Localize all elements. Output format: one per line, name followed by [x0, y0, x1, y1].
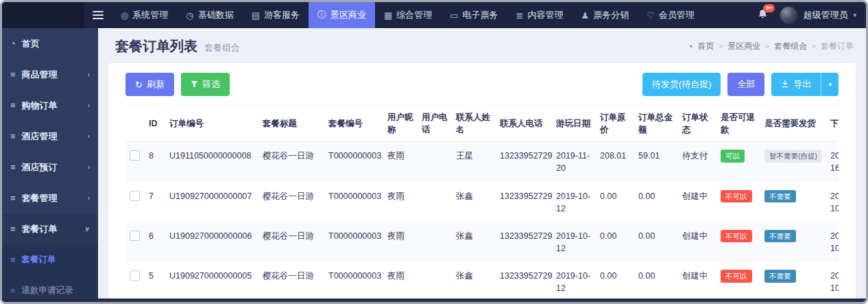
bottom-strip: [2, 299, 866, 302]
page-header: 套餐订单列表 套餐组合 ◔首页>景区商业>套餐组合>套餐订单: [98, 28, 866, 63]
list-icon: ≡: [10, 100, 16, 110]
sidebar-item-label: 首页: [22, 38, 40, 50]
user-name: 超级管理员: [803, 9, 847, 21]
page-subtitle: 套餐组合: [204, 38, 240, 54]
cell-order-time: 2019-09-27 10:12:50: [826, 222, 839, 262]
row-checkbox[interactable]: [130, 150, 140, 161]
toolbar: ↻刷新 筛选 待发货(待自提) 全部: [125, 73, 839, 96]
sidebar-item[interactable]: ≡套餐订单: [2, 244, 98, 275]
cell-total-amount: 0.00: [634, 183, 678, 222]
row-checkbox[interactable]: [130, 270, 140, 281]
export-dropdown-toggle[interactable]: ▾: [821, 73, 839, 96]
column-header: 套餐编号: [324, 106, 383, 142]
navbar-item[interactable]: ≣内容管理: [507, 2, 572, 28]
sidebar-item[interactable]: ≡套餐订单∨: [2, 213, 98, 244]
navbar-item-label: 电子票务: [463, 9, 498, 21]
breadcrumb-item[interactable]: 套餐组合: [774, 40, 807, 52]
column-header: 订单状态: [678, 106, 716, 142]
cell-status: 创建中: [678, 183, 716, 222]
navbar-item[interactable]: ♟票务分销: [572, 2, 638, 28]
cell-total-amount: 0.00: [634, 262, 678, 302]
sidebar-item[interactable]: ≡购物订单›: [2, 90, 98, 121]
chevron-down-icon: ▾: [853, 12, 856, 19]
list-icon: ≡: [10, 131, 16, 141]
shipping-badge: 不需要: [764, 190, 796, 203]
export-split-button: 导出 ▾: [771, 73, 839, 96]
cell-package-title: 樱花谷一日游: [258, 142, 324, 183]
sidebar-item[interactable]: ◔首页: [2, 28, 98, 59]
table-body: 8U1911050000000008樱花谷一日游T0000000003夜雨王星1…: [125, 142, 839, 302]
ticket-icon: ▭: [450, 10, 458, 21]
cell-contact-name: 张鑫: [452, 183, 496, 222]
sidebar-item[interactable]: ≡酒店预订›: [2, 152, 98, 183]
cell-package-no: T0000000003: [324, 183, 383, 222]
breadcrumb: ◔首页>景区商业>套餐组合>套餐订单: [688, 40, 854, 52]
refresh-icon: ↻: [135, 80, 143, 90]
all-button[interactable]: 全部: [727, 73, 764, 96]
breadcrumb-separator: >: [765, 43, 769, 50]
hamburger-icon[interactable]: [84, 2, 112, 28]
cell-shipping: 暂不需要(自提): [760, 142, 826, 183]
cell-original-price: 0.00: [596, 262, 634, 302]
main-content: 套餐订单列表 套餐组合 ◔首页>景区商业>套餐组合>套餐订单 ↻刷新 筛选: [98, 28, 866, 302]
info-circle-icon: ⓘ: [317, 9, 326, 21]
navbar-item[interactable]: ▤游客服务: [243, 2, 309, 28]
breadcrumb-item[interactable]: 景区商业: [727, 40, 760, 52]
cell-play-date: 2019-10-12: [552, 222, 596, 262]
cell-order-no: U1909270000000007: [165, 183, 258, 222]
dashboard-icon: ◔: [10, 38, 16, 49]
cell-package-no: T0000000003: [324, 262, 383, 302]
sidebar-item[interactable]: ≡商品管理›: [2, 59, 98, 90]
navbar-item[interactable]: ⓘ景区商业: [309, 2, 375, 28]
sidebar: ◔首页≡商品管理›≡购物订单›≡酒店管理›≡酒店预订›≡套餐管理›≡套餐订单∨≡…: [2, 28, 98, 302]
navbar-menu: ◎系统管理◷基础数据▤游客服务ⓘ景区商业▦综合管理▭电子票务≣内容管理♟票务分销…: [112, 2, 703, 28]
breadcrumb-separator: >: [719, 43, 723, 50]
navbar-item[interactable]: ▦综合管理: [375, 2, 441, 28]
cell-play-date: 2019-10-12: [552, 262, 596, 302]
cell-package-no: T0000000003: [324, 142, 383, 183]
user-menu[interactable]: 超级管理员 ▾: [780, 6, 856, 24]
cell-checkbox: [125, 262, 145, 302]
navbar-item-label: 系统管理: [132, 9, 168, 21]
shield-icon: ♡: [647, 10, 655, 21]
cell-checkbox: [125, 142, 145, 183]
cell-package-title: 樱花谷一日游: [258, 262, 324, 302]
navbar-item[interactable]: ◷基础数据: [177, 2, 242, 28]
column-header-checkbox: [125, 106, 145, 142]
row-checkbox[interactable]: [130, 191, 140, 201]
sidebar-item[interactable]: ≡酒店管理›: [2, 121, 98, 152]
cell-user-phone: [418, 222, 452, 262]
shipping-badge: 暂不需要(自提): [764, 150, 822, 163]
navbar-item[interactable]: ▭电子票务: [441, 2, 507, 28]
list-icon: ≡: [10, 285, 16, 296]
refundable-badge: 不可以: [721, 190, 752, 203]
cell-status: 创建中: [678, 262, 716, 302]
notification-badge: 9+: [763, 4, 775, 12]
navbar-item[interactable]: ◎系统管理: [112, 2, 177, 28]
cell-contact-phone: 13233952729: [496, 183, 552, 222]
pending-ship-button[interactable]: 待发货(待自提): [642, 73, 721, 96]
refresh-button[interactable]: ↻刷新: [125, 73, 174, 96]
calendar-icon: ▤: [252, 10, 260, 21]
column-header: 联系人姓名: [452, 106, 496, 142]
cell-contact-phone: 13233952729: [496, 142, 552, 183]
row-checkbox[interactable]: [130, 231, 140, 241]
breadcrumb-item[interactable]: 首页: [697, 40, 714, 52]
notifications-button[interactable]: 9+: [757, 8, 769, 23]
cell-shipping: 不需要: [760, 183, 826, 222]
sidebar-item[interactable]: ≡套餐管理›: [2, 183, 98, 213]
target-icon: ◎: [121, 10, 128, 21]
column-header: 订单总金额: [634, 106, 678, 142]
cell-package-title: 樱花谷一日游: [258, 222, 324, 262]
export-button[interactable]: 导出: [771, 73, 821, 96]
chevron-right-icon: ›: [88, 194, 90, 202]
breadcrumb-separator: >: [812, 43, 816, 50]
table-row: 6U1909270000000006樱花谷一日游T0000000003夜雨张鑫1…: [125, 222, 839, 262]
cell-package-no: T0000000003: [324, 222, 383, 262]
navbar-item[interactable]: ♡会员管理: [638, 2, 703, 28]
cell-checkbox: [125, 183, 145, 222]
column-header[interactable]: 下单时间: [826, 106, 839, 142]
table-row: 8U1911050000000008樱花谷一日游T0000000003夜雨王星1…: [125, 142, 839, 183]
navbar-item-label: 内容管理: [527, 9, 563, 21]
filter-button[interactable]: 筛选: [181, 73, 230, 96]
